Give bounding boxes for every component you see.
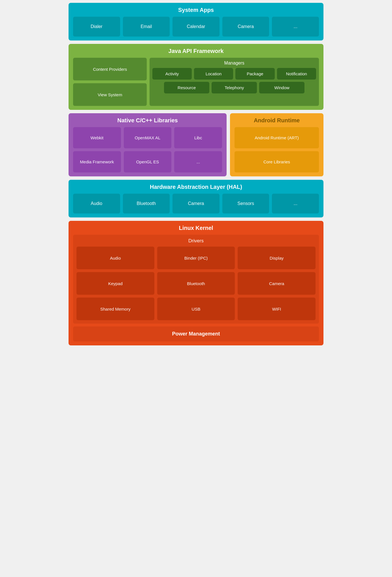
managers-title: Managers [152, 61, 316, 66]
tile-camera-apps: Camera [222, 17, 269, 37]
tile-camera-driver: Camera [238, 272, 316, 295]
native-title: Native C/C++ Libraries [73, 117, 222, 124]
tile-activity: Activity [152, 68, 191, 80]
tile-bluetooth-hal: Bluetooth [123, 194, 170, 213]
java-right: Managers Activity Location Package Notif… [150, 58, 319, 106]
tile-libc: Libc [174, 127, 222, 148]
hal-title: Hardware Abstraction Layer (HAL) [73, 184, 319, 190]
tile-binder-driver: Binder (IPC) [157, 247, 235, 269]
system-apps-tiles: Dialer Email Calendar Camera ... [73, 17, 319, 37]
drivers-grid: Audio Binder (IPC) Display Keypad Blueto… [76, 247, 316, 320]
tile-view-system: View System [73, 83, 147, 106]
power-management: Power Management [73, 326, 319, 341]
tile-usb-driver: USB [157, 298, 235, 320]
tile-telephony: Telephony [212, 82, 257, 93]
tile-resource: Resource [164, 82, 209, 93]
java-left: Content Providers View System [73, 58, 147, 106]
managers-row-1: Activity Location Package Notification [152, 68, 316, 80]
tile-more-apps: ... [272, 17, 319, 37]
hal-layer: Hardware Abstraction Layer (HAL) Audio B… [69, 180, 323, 217]
tile-art: Android Runtime (ART) [235, 127, 319, 148]
tile-notification: Notification [277, 68, 316, 80]
tile-audio-hal: Audio [73, 194, 120, 213]
tile-native-more: ... [174, 151, 222, 172]
tile-shared-memory-driver: Shared Memory [76, 298, 154, 320]
tile-content-providers: Content Providers [73, 58, 147, 80]
android-architecture-diagram: System Apps Dialer Email Calendar Camera… [69, 3, 323, 345]
system-apps-layer: System Apps Dialer Email Calendar Camera… [69, 3, 323, 40]
native-layer: Native C/C++ Libraries Webkit OpenMAX AL… [69, 113, 227, 176]
system-apps-title: System Apps [73, 7, 319, 13]
tile-media-framework: Media Framework [73, 151, 121, 172]
tile-bluetooth-driver: Bluetooth [157, 272, 235, 295]
tile-camera-hal: Camera [172, 194, 220, 213]
java-content: Content Providers View System Managers A… [73, 58, 319, 106]
tile-email: Email [123, 17, 170, 37]
tile-dialer: Dialer [73, 17, 120, 37]
tile-webkit: Webkit [73, 127, 121, 148]
tile-more-hal: ... [272, 194, 319, 213]
managers-row-2: Resource Telephony Window [152, 82, 316, 93]
hal-tiles: Audio Bluetooth Camera Sensors ... [73, 194, 319, 213]
native-tiles: Webkit OpenMAX AL Libc Media Framework O… [73, 127, 222, 172]
tile-openmax: OpenMAX AL [124, 127, 172, 148]
tile-wifi-driver: WIFI [238, 298, 316, 320]
linux-title: Linux Kernel [73, 225, 319, 231]
tile-core-libraries: Core Libraries [235, 151, 319, 172]
tile-keypad-driver: Keypad [76, 272, 154, 295]
runtime-tiles: Android Runtime (ART) Core Libraries [235, 127, 319, 172]
tile-display-driver: Display [238, 247, 316, 269]
runtime-title: Android Runtime [235, 117, 319, 124]
tile-window: Window [259, 82, 304, 93]
java-api-layer: Java API Framework Content Providers Vie… [69, 44, 323, 110]
java-api-title: Java API Framework [73, 48, 319, 54]
tile-sensors-hal: Sensors [222, 194, 269, 213]
tile-location: Location [194, 68, 233, 80]
tile-audio-driver: Audio [76, 247, 154, 269]
runtime-layer: Android Runtime Android Runtime (ART) Co… [230, 113, 323, 176]
drivers-title: Drivers [76, 238, 316, 244]
native-runtime-row: Native C/C++ Libraries Webkit OpenMAX AL… [69, 113, 323, 176]
linux-inner: Drivers Audio Binder (IPC) Display Keypa… [73, 235, 319, 324]
linux-layer: Linux Kernel Drivers Audio Binder (IPC) … [69, 221, 323, 345]
tile-calendar: Calendar [172, 17, 220, 37]
tile-opengl: OpenGL ES [124, 151, 172, 172]
managers-grid: Activity Location Package Notification R… [152, 68, 316, 93]
tile-package: Package [235, 68, 274, 80]
